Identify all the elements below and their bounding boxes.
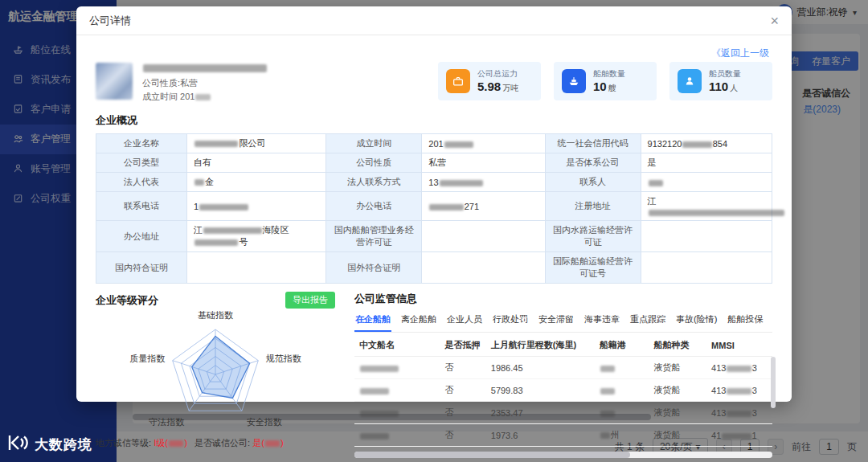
field-label: 法人联系方式 (326, 173, 422, 192)
scrollbar-thumb[interactable] (354, 452, 630, 458)
field-label: 企业名称 (96, 134, 187, 153)
field-value: 201 (422, 134, 545, 153)
field-value (186, 252, 326, 284)
brand-text: 大数跨境 (35, 435, 92, 454)
field-label: 公司性质 (326, 153, 422, 173)
credit-company-value: 是() (252, 438, 283, 448)
credit-line: 地方诚信等级: Ⅰ级() 是否诚信公司: 是() (96, 437, 335, 449)
ships-horizontal-scrollbar[interactable] (354, 452, 772, 458)
company-summary: 公司性质:私营 成立时间 201 公司总运力 5.98万吨 船舶数量 10艘 (96, 59, 772, 103)
field-value (641, 221, 772, 252)
stat-cards: 公司总运力 5.98万吨 船舶数量 10艘 船员数量 110人 (438, 62, 772, 100)
field-label: 办公地址 (96, 221, 187, 252)
field-value (422, 252, 545, 284)
ship-count-icon (562, 69, 586, 93)
export-report-button[interactable]: 导出报告 (285, 292, 335, 309)
field-value: 271 (422, 192, 545, 221)
stat-label: 船舶数量 (593, 68, 625, 80)
bottom-section: 企业等级评分 导出报告 基础指数规范指数安全指数守法指数质量指数 地方诚信等级:… (96, 292, 772, 458)
field-label: 联系电话 (96, 192, 187, 221)
ships-table: 中文船名 是否抵押 上月航行里程数(海里) 船籍港 船舶种类 MMSI 否198… (354, 334, 772, 447)
tab-personnel[interactable]: 企业人员 (446, 309, 483, 332)
svg-text:质量指数: 质量指数 (129, 354, 165, 363)
close-icon[interactable]: × (770, 14, 779, 28)
svg-text:安全指数: 安全指数 (247, 417, 282, 427)
field-value (641, 173, 772, 192)
field-label: 国内水路运输经营许可证 (545, 221, 641, 252)
table-row: 否1973.6州液货船411 (354, 424, 772, 447)
field-value: 自有 (186, 153, 326, 173)
tab-key-tracking[interactable]: 重点跟踪 (629, 309, 666, 332)
brand-watermark: 大数跨境 (6, 434, 92, 456)
field-value: 是 (641, 153, 772, 173)
col-mmsi: MMSI (706, 334, 772, 357)
credit-local-label: 地方诚信等级: (96, 438, 151, 448)
stat-value: 5.98万吨 (477, 80, 518, 94)
col-ship-type: 船舶种类 (649, 334, 706, 357)
tab-penalties[interactable]: 行政处罚 (492, 309, 529, 332)
regulatory-tabs: 在企船舶 离企船舶 企业人员 行政处罚 安全滞留 海事违章 重点跟踪 事故(险情… (354, 309, 772, 333)
svg-text:基础指数: 基础指数 (198, 310, 233, 320)
col-ship-name: 中文船名 (354, 334, 440, 357)
field-label: 统一社会信用代码 (545, 134, 641, 153)
tab-detention[interactable]: 安全滞留 (538, 309, 575, 332)
ships-table-wrap: 中文船名 是否抵押 上月航行里程数(海里) 船籍港 船舶种类 MMSI 否198… (354, 334, 772, 458)
crew-icon (678, 69, 702, 93)
field-label: 注册地址 (545, 192, 641, 221)
field-label: 是否体系公司 (545, 153, 641, 173)
company-nature: 公司性质:私营 (142, 76, 268, 90)
tab-active-ships[interactable]: 在企船舶 (354, 309, 391, 332)
col-mileage: 上月航行里程数(海里) (486, 334, 595, 357)
field-label: 联系人 (545, 173, 641, 192)
table-row: 企业名称限公司 成立时间201 统一社会信用代码9132120854 (96, 134, 772, 153)
credit-company-label: 是否诚信公司: (194, 438, 250, 448)
tab-departed-ships[interactable]: 离企船舶 (400, 309, 437, 332)
company-logo (96, 63, 133, 100)
field-value: 江 (641, 192, 772, 221)
regulatory-title: 公司监管信息 (354, 292, 772, 306)
field-value: 9132120854 (641, 134, 772, 153)
company-name (142, 59, 268, 76)
field-value: 13 (422, 173, 545, 192)
capacity-icon (446, 69, 470, 93)
table-row: 否1986.45液货船4133 (354, 357, 772, 379)
company-meta: 公司性质:私营 成立时间 201 (142, 59, 268, 103)
col-mortgaged: 是否抵押 (440, 334, 485, 357)
table-row: 联系电话1 办公电话271 注册地址江 (96, 192, 772, 221)
modal-header: 公司详情 × (76, 6, 792, 35)
col-port: 船籍港 (595, 334, 649, 357)
field-label: 国外符合证明 (326, 252, 422, 284)
table-row: 办公地址江海陵区号 国内船舶管理业务经营许可证 国内水路运输经营许可证 (96, 221, 772, 252)
stat-label: 公司总运力 (477, 68, 518, 80)
field-label: 国内符合证明 (96, 252, 187, 284)
tab-insurance[interactable]: 船舶投保 (727, 309, 764, 332)
company-founded: 成立时间 201 (142, 90, 268, 104)
regulatory-section: 公司监管信息 在企船舶 离企船舶 企业人员 行政处罚 安全滞留 海事违章 重点跟… (354, 292, 772, 458)
rating-title: 企业等级评分 (96, 293, 158, 308)
ships-vertical-scrollbar[interactable] (771, 357, 776, 408)
field-value: 1 (186, 192, 326, 221)
field-value: 限公司 (186, 134, 326, 153)
stat-label: 船员数量 (709, 68, 741, 80)
tab-maritime-violations[interactable]: 海事违章 (583, 309, 620, 332)
tab-accidents[interactable]: 事故(险情) (675, 309, 718, 332)
credit-local-value: Ⅰ级() (154, 438, 187, 448)
modal-body: 《返回上一级 公司性质:私营 成立时间 201 公司总运力 5.98万吨 (76, 35, 792, 400)
field-value (641, 252, 772, 284)
field-label: 成立时间 (326, 134, 422, 153)
company-detail-modal: 公司详情 × 《返回上一级 公司性质:私营 成立时间 201 公司总运力 5.9… (76, 6, 792, 402)
field-value: 私营 (422, 153, 545, 173)
table-row: 公司类型自有 公司性质私营 是否体系公司是 (96, 153, 772, 173)
field-label: 办公电话 (326, 192, 422, 221)
overview-table: 企业名称限公司 成立时间201 统一社会信用代码9132120854 公司类型自… (96, 133, 772, 284)
brand-icon (6, 434, 29, 456)
stat-card-ships: 船舶数量 10艘 (554, 62, 657, 100)
table-row: 国内符合证明 国外符合证明 国际船舶运输经营许可证号 (96, 252, 772, 284)
stat-value: 10艘 (593, 80, 625, 94)
radar-chart: 基础指数规范指数安全指数守法指数质量指数 (103, 309, 328, 435)
back-link[interactable]: 《返回上一级 (711, 47, 769, 60)
rating-section: 企业等级评分 导出报告 基础指数规范指数安全指数守法指数质量指数 地方诚信等级:… (96, 292, 335, 458)
field-value: 金 (186, 173, 326, 192)
table-header-row: 中文船名 是否抵押 上月航行里程数(海里) 船籍港 船舶种类 MMSI (354, 334, 772, 357)
field-label: 公司类型 (96, 153, 187, 173)
